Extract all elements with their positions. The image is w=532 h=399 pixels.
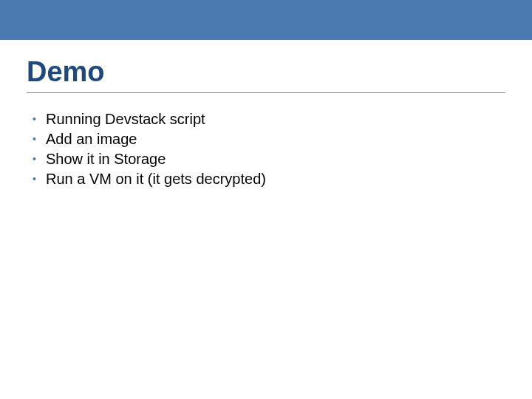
- list-item: Running Devstack script: [33, 109, 505, 129]
- slide-content: Demo Running Devstack script Add an imag…: [0, 40, 532, 189]
- slide-title: Demo: [27, 56, 505, 88]
- list-item: Run a VM on it (it gets decrypted): [33, 169, 505, 189]
- list-item: Add an image: [33, 129, 505, 149]
- header-bar: [0, 0, 532, 40]
- title-divider: [27, 92, 505, 93]
- bullet-list: Running Devstack script Add an image Sho…: [27, 109, 505, 189]
- list-item: Show it in Storage: [33, 149, 505, 169]
